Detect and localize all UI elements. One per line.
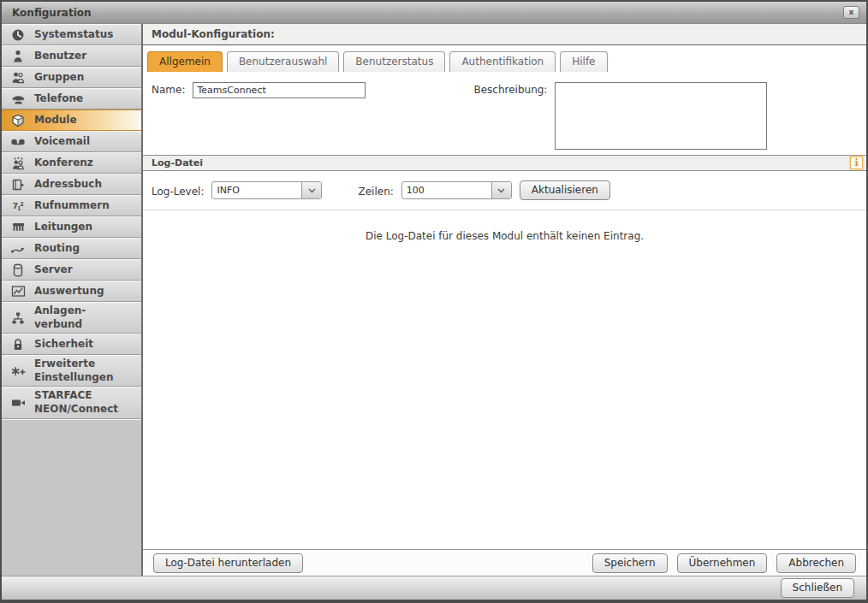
lines-icon: [2, 222, 34, 233]
log-empty-message: Die Log-Datei für dieses Modul enthält k…: [143, 210, 866, 549]
close-icon[interactable]: x: [843, 6, 859, 19]
tab-hilfe[interactable]: Hilfe: [560, 51, 607, 72]
log-section-header: Log-Datei i: [143, 155, 866, 171]
save-button[interactable]: Speichern: [592, 553, 668, 573]
name-label: Name:: [152, 82, 185, 155]
svg-text:2: 2: [20, 200, 24, 207]
lines-label: Zeilen:: [358, 184, 393, 198]
close-window-button[interactable]: Schließen: [781, 578, 854, 598]
sidebar-item-systemstatus[interactable]: Systemstatus: [2, 24, 141, 45]
numbers-icon: 712: [2, 199, 34, 213]
log-level-select[interactable]: INFO: [211, 181, 322, 199]
addressbook-icon: [2, 178, 34, 192]
window-title: Konfiguration: [12, 7, 843, 19]
section-header: Modul-Konfiguration:: [143, 24, 866, 45]
network-icon: [2, 311, 34, 325]
sidebar-item-auswertung[interactable]: Auswertung: [2, 281, 141, 302]
configuration-window: Konfiguration x Systemstatus Benutzer: [0, 0, 868, 603]
routing-icon: [2, 244, 34, 254]
sidebar-item-starface-neon-connect[interactable]: STARFACE NEON/Connect: [2, 387, 141, 418]
tab-allgemein[interactable]: Allgemein: [147, 51, 223, 72]
tab-bar: Allgemein Benutzerauswahl Benutzerstatus…: [143, 45, 866, 72]
tab-benutzerstatus[interactable]: Benutzerstatus: [343, 51, 445, 72]
chevron-down-icon: [491, 182, 511, 198]
sidebar-item-anlagenverbund[interactable]: Anlagen- verbund: [2, 302, 141, 334]
titlebar: Konfiguration x: [2, 2, 866, 24]
tab-authentifikation[interactable]: Authentifikation: [449, 51, 556, 72]
section-title: Modul-Konfiguration:: [152, 28, 275, 40]
name-input[interactable]: [193, 82, 366, 98]
sidebar-item-server[interactable]: Server: [2, 259, 141, 281]
lock-icon: [2, 338, 34, 352]
sidebar-item-konferenz[interactable]: Konferenz: [2, 152, 141, 174]
sidebar-item-benutzer[interactable]: Benutzer: [2, 45, 141, 67]
main-content: Modul-Konfiguration: Allgemein Benutzera…: [143, 24, 866, 576]
phone-icon: [2, 93, 34, 105]
sidebar-item-sicherheit[interactable]: Sicherheit: [2, 334, 141, 355]
refresh-button[interactable]: Aktualisieren: [520, 180, 610, 200]
chevron-down-icon: [301, 182, 321, 198]
server-icon: [2, 263, 34, 277]
sidebar-item-erweiterte-einstellungen[interactable]: Erweiterte Einstellungen: [2, 355, 141, 387]
action-bar: Log-Datei herunterladen Speichern Überne…: [143, 549, 866, 576]
user-icon: [2, 50, 34, 63]
sidebar-item-voicemail[interactable]: Voicemail: [2, 131, 141, 152]
sidebar-item-leitungen[interactable]: Leitungen: [2, 216, 141, 238]
users-icon: [2, 71, 34, 85]
sidebar-item-telefone[interactable]: Telefone: [2, 88, 141, 109]
chart-icon: [2, 285, 34, 298]
voicemail-icon: [2, 137, 34, 147]
sidebar-item-gruppen[interactable]: Gruppen: [2, 67, 141, 88]
window-footer: Schließen: [2, 576, 866, 600]
cancel-button[interactable]: Abbrechen: [776, 553, 856, 573]
lines-select[interactable]: 100: [401, 181, 512, 199]
sidebar-item-adressbuch[interactable]: Adressbuch: [2, 174, 141, 195]
log-section-title: Log-Datei: [152, 157, 850, 168]
cube-icon: [2, 114, 34, 127]
settings-plus-icon: [2, 365, 34, 377]
conference-icon: [2, 157, 34, 170]
general-form: Name: Beschreibung:: [143, 72, 866, 155]
clock-icon: [2, 28, 34, 42]
tab-benutzerauswahl[interactable]: Benutzerauswahl: [227, 51, 339, 72]
apply-button[interactable]: Übernehmen: [677, 553, 768, 573]
sidebar-item-rufnummern[interactable]: 712 Rufnummern: [2, 195, 141, 216]
log-level-label: Log-Level:: [152, 184, 204, 198]
sidebar-item-module[interactable]: Module: [2, 109, 141, 131]
sidebar-filler: [2, 419, 141, 576]
log-controls: Log-Level: INFO Zeilen: 100 Aktualisiere…: [143, 171, 866, 210]
video-camera-icon: [2, 398, 34, 408]
description-textarea[interactable]: [555, 82, 767, 150]
info-icon[interactable]: i: [850, 157, 863, 169]
sidebar: Systemstatus Benutzer Gruppen Telefone: [2, 24, 143, 576]
download-log-button[interactable]: Log-Datei herunterladen: [153, 553, 303, 573]
sidebar-item-routing[interactable]: Routing: [2, 238, 141, 259]
description-label: Beschreibung:: [473, 82, 547, 155]
